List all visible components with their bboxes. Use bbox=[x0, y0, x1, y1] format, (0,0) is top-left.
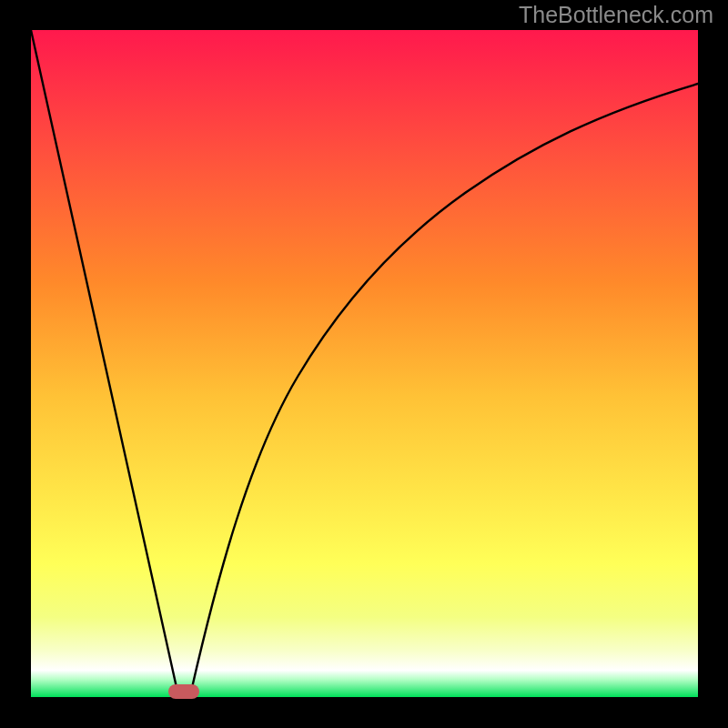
watermark-text: TheBottleneck.com bbox=[519, 2, 713, 28]
plot-area bbox=[31, 30, 698, 697]
optimal-region-marker bbox=[168, 684, 199, 699]
gradient-bg bbox=[31, 30, 698, 697]
chart-frame: TheBottleneck.com bbox=[0, 0, 728, 728]
chart-svg bbox=[31, 30, 698, 697]
